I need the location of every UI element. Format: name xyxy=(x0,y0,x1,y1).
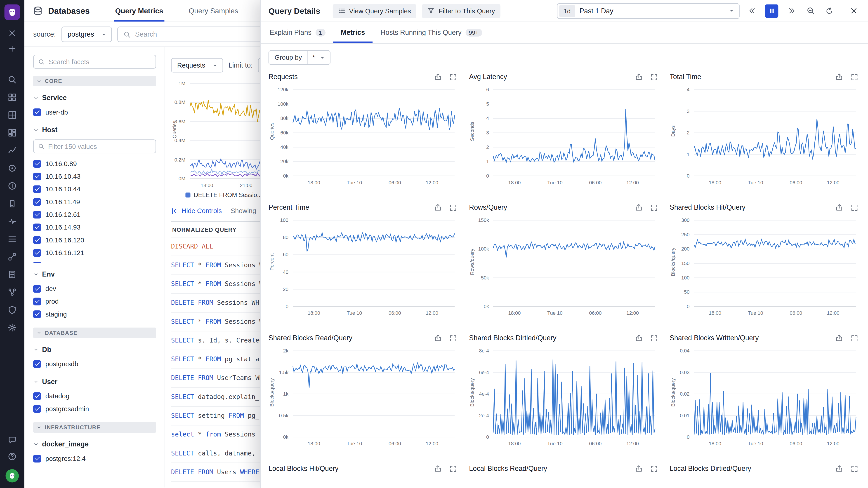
expand-icon[interactable] xyxy=(650,334,657,342)
tab-metrics[interactable]: Metrics xyxy=(333,22,373,43)
facet-group-header-docker_image[interactable]: docker_image xyxy=(33,440,156,448)
expand-icon[interactable] xyxy=(450,203,457,211)
facet-filter[interactable] xyxy=(33,139,156,153)
facet-item-10.16.16.120[interactable]: 10.16.16.120 xyxy=(33,233,156,246)
checkbox-checked[interactable] xyxy=(33,172,41,180)
expand-icon[interactable] xyxy=(851,203,858,211)
facet-item-10.16.10.43[interactable]: 10.16.10.43 xyxy=(33,170,156,183)
chart-plot-area[interactable]: Percent02040608010018:00Tue 1006:0012:00 xyxy=(269,217,459,317)
facet-item-prod[interactable]: prod xyxy=(33,295,156,307)
chart-canvas[interactable] xyxy=(293,90,455,176)
monitors-icon[interactable] xyxy=(8,182,17,190)
scrub-forward-button[interactable] xyxy=(785,4,798,18)
filter-to-this-query-button[interactable]: Filter to This Query xyxy=(422,4,500,18)
export-icon[interactable] xyxy=(434,465,442,473)
facet-item-10.16.12.61[interactable]: 10.16.12.61 xyxy=(33,208,156,221)
expand-icon[interactable] xyxy=(450,73,457,80)
facet-group-header-db[interactable]: Db xyxy=(33,346,156,354)
network-icon[interactable] xyxy=(8,252,17,261)
chart-plot-area[interactable]: Rows/query0k50k100k150k18:00Tue 1006:001… xyxy=(469,217,659,317)
chart-canvas[interactable] xyxy=(493,351,655,437)
facet-item-staging[interactable]: staging xyxy=(33,308,156,320)
facet-item-user-db[interactable]: user-db xyxy=(33,106,156,119)
checkbox-checked[interactable] xyxy=(33,249,41,256)
checkbox-checked[interactable] xyxy=(33,223,41,231)
export-icon[interactable] xyxy=(635,203,643,211)
tab-query-metrics[interactable]: Query Metrics xyxy=(114,0,164,22)
expand-icon[interactable] xyxy=(650,465,657,473)
checkbox-checked[interactable] xyxy=(33,392,41,400)
search-icon[interactable] xyxy=(8,75,17,84)
chart-canvas[interactable] xyxy=(293,351,455,437)
facet-item-10.16.16.122[interactable]: 10.16.16.122 xyxy=(33,259,156,263)
zoom-button[interactable] xyxy=(804,4,817,18)
facet-group-header-service[interactable]: Service xyxy=(33,94,156,102)
checkbox-checked[interactable] xyxy=(33,404,41,412)
export-icon[interactable] xyxy=(835,334,843,342)
checkbox-checked[interactable] xyxy=(33,198,41,205)
facet-item-10.16.10.44[interactable]: 10.16.10.44 xyxy=(33,183,156,195)
close-panel-button[interactable] xyxy=(847,4,860,18)
facet-item-postgresadmin[interactable]: postgresadmin xyxy=(33,402,156,415)
datadog-logo[interactable] xyxy=(4,4,20,20)
view-query-samples-button[interactable]: View Query Samples xyxy=(333,4,416,18)
checkbox-checked[interactable] xyxy=(33,108,41,116)
facet-section-database[interactable]: DATABASE xyxy=(33,328,156,338)
settings-icon[interactable] xyxy=(8,323,17,332)
facet-filter-input[interactable] xyxy=(48,142,151,150)
facet-item-postgres:12.4[interactable]: postgres:12.4 xyxy=(33,452,156,465)
mobile-icon[interactable] xyxy=(8,199,17,208)
facet-section-infrastructure[interactable]: INFRASTRUCTURE xyxy=(33,422,156,433)
facet-search[interactable] xyxy=(33,55,156,68)
refresh-button[interactable] xyxy=(823,4,836,18)
host-map-icon[interactable] xyxy=(8,111,17,120)
chart-plot-area[interactable]: Blocks/query00.010.020.030.0418:00Tue 10… xyxy=(670,348,860,447)
facet-item-postgresdb[interactable]: postgresdb xyxy=(33,357,156,370)
checkbox-checked[interactable] xyxy=(33,360,41,367)
chart-plot-area[interactable]: Seconds012345618:00Tue 1006:0012:00 xyxy=(469,86,659,186)
facet-group-header-host[interactable]: Host xyxy=(33,126,156,134)
facet-item-datadog[interactable]: datadog xyxy=(33,390,156,402)
metric-select[interactable]: Requests xyxy=(171,58,223,72)
plus-icon[interactable] xyxy=(8,45,16,53)
source-select[interactable]: postgres xyxy=(61,27,112,42)
processes-icon[interactable] xyxy=(8,234,17,243)
legend-item[interactable]: DELETE FROM Sessio... xyxy=(185,191,262,198)
export-icon[interactable] xyxy=(434,334,442,342)
user-avatar[interactable] xyxy=(5,469,19,483)
expand-icon[interactable] xyxy=(650,203,657,211)
facet-item-10.16.11.49[interactable]: 10.16.11.49 xyxy=(33,195,156,208)
export-icon[interactable] xyxy=(635,465,643,473)
checkbox-checked[interactable] xyxy=(33,285,41,292)
export-icon[interactable] xyxy=(835,203,843,211)
infrastructure-icon[interactable] xyxy=(8,93,17,102)
chart-plot-area[interactable]: Queries0k20k40k60k80k100k120k18:00Tue 10… xyxy=(269,86,459,186)
pipelines-icon[interactable] xyxy=(8,288,17,296)
facet-search-input[interactable] xyxy=(49,58,151,66)
hide-controls-link[interactable]: Hide Controls xyxy=(182,207,222,215)
collapse-panel-icon[interactable] xyxy=(171,207,178,215)
facet-item-10.16.16.121[interactable]: 10.16.16.121 xyxy=(33,246,156,259)
facet-group-header-user[interactable]: User xyxy=(33,378,156,386)
export-icon[interactable] xyxy=(835,465,843,473)
expand-icon[interactable] xyxy=(851,73,858,80)
facet-section-core[interactable]: CORE xyxy=(33,76,156,87)
expand-icon[interactable] xyxy=(650,73,657,80)
metrics-icon[interactable] xyxy=(8,146,17,155)
checkbox-checked[interactable] xyxy=(33,310,41,318)
checkbox-checked[interactable] xyxy=(33,297,41,305)
chart-plot-area[interactable]: Blocks/query05010015020025030018:00Tue 1… xyxy=(670,217,860,317)
chart-canvas[interactable] xyxy=(694,220,856,306)
security-icon[interactable] xyxy=(8,305,17,314)
export-icon[interactable] xyxy=(434,203,442,211)
chart-plot-area[interactable]: Days0123418:00Tue 1006:0012:00 xyxy=(670,86,860,186)
chart-canvas[interactable] xyxy=(293,220,455,306)
chart-canvas[interactable] xyxy=(493,220,655,306)
dashboards-icon[interactable] xyxy=(8,128,17,137)
tab-query-samples[interactable]: Query Samples xyxy=(188,0,239,22)
expand-icon[interactable] xyxy=(450,465,457,473)
logs-icon[interactable] xyxy=(8,270,17,279)
chat-icon[interactable] xyxy=(8,435,17,444)
export-icon[interactable] xyxy=(434,73,442,80)
help-icon[interactable] xyxy=(8,452,17,461)
